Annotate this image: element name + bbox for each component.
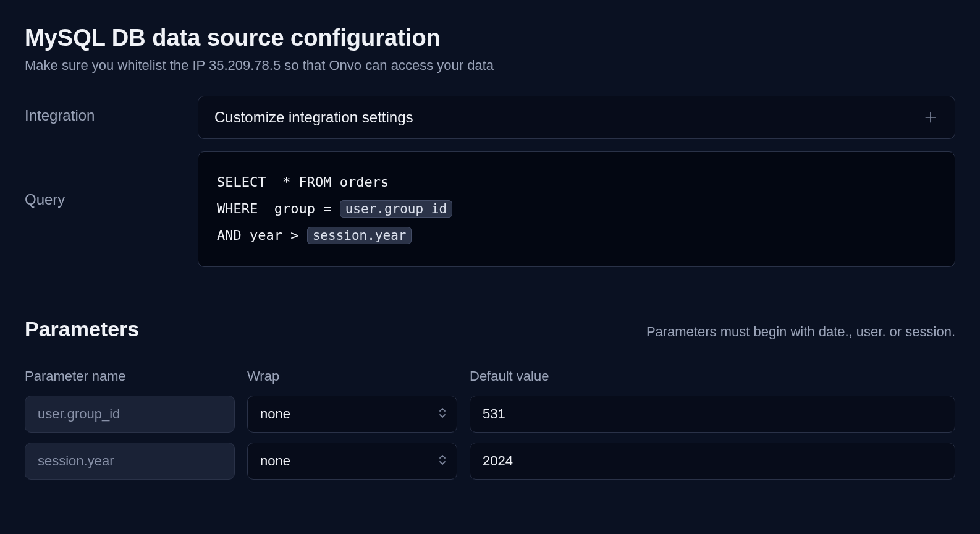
query-text: AND year > [217,227,307,243]
col-name-label: Parameter name [25,368,235,384]
param-name-display: session.year [25,443,235,480]
parameters-hint: Parameters must begin with date., user. … [646,324,955,340]
default-value-input[interactable] [470,443,955,480]
integration-label: Integration [25,96,198,124]
query-text: WHERE group = [217,201,340,216]
wrap-select[interactable]: none [247,443,457,480]
param-chip-user-group-id[interactable]: user.group_id [340,200,452,218]
param-row: user.group_id none [25,396,955,433]
query-row: Query SELECT * FROM orders WHERE group =… [25,151,955,267]
integration-settings-button[interactable]: Customize integration settings [198,96,955,139]
parameters-title: Parameters [25,317,139,341]
col-wrap-label: Wrap [247,368,457,384]
page-subtitle: Make sure you whitelist the IP 35.209.78… [25,57,955,74]
query-editor[interactable]: SELECT * FROM orders WHERE group = user.… [198,151,955,267]
default-value-input[interactable] [470,396,955,433]
wrap-select[interactable]: none [247,396,457,433]
param-name-display: user.group_id [25,396,235,433]
integration-text: Customize integration settings [214,109,413,126]
col-default-label: Default value [470,368,955,384]
page-title: MySQL DB data source configuration [25,25,955,51]
query-label: Query [25,151,198,208]
param-chip-session-year[interactable]: session.year [307,227,412,244]
divider [25,292,955,292]
plus-icon [923,109,939,125]
parameters-header: Parameters Parameters must begin with da… [25,317,955,341]
integration-row: Integration Customize integration settin… [25,96,955,139]
parameters-columns: Parameter name Wrap Default value [25,368,955,384]
param-row: session.year none [25,443,955,480]
query-text: SELECT * FROM orders [217,174,389,190]
